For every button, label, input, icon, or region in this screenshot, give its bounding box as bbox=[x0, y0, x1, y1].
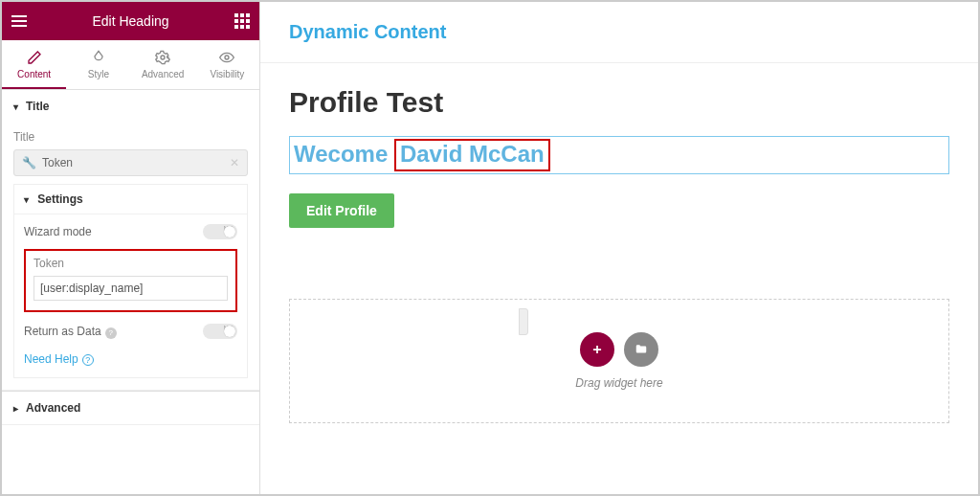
pencil-icon bbox=[27, 50, 42, 65]
dynamic-token-pill[interactable]: 🔧 Token ✕ bbox=[13, 149, 248, 176]
settings-toggle[interactable]: ▾ Settings bbox=[14, 185, 247, 214]
droplet-icon bbox=[91, 50, 106, 65]
welcome-text: Wecome David McCan bbox=[294, 141, 550, 167]
clear-icon[interactable]: ✕ bbox=[230, 156, 239, 169]
help-icon: ? bbox=[82, 354, 94, 366]
editor-canvas: Dynamic Content Profile Test Wecome Davi… bbox=[260, 2, 978, 494]
gear-icon bbox=[155, 50, 170, 65]
return-as-data-toggle[interactable]: NO bbox=[203, 324, 237, 339]
dynamic-content-header: Dynamic Content bbox=[260, 2, 978, 63]
dynamic-name-highlight: David McCan bbox=[394, 139, 550, 171]
title-field-label: Title bbox=[13, 130, 248, 144]
svg-point-1 bbox=[225, 56, 229, 59]
add-widget-button[interactable] bbox=[580, 332, 614, 367]
sidebar-title: Edit Heading bbox=[27, 13, 234, 29]
edit-profile-button[interactable]: Edit Profile bbox=[289, 193, 394, 228]
wizard-mode-row: Wizard mode NO bbox=[24, 224, 237, 239]
tab-content[interactable]: Content bbox=[2, 40, 66, 89]
wizard-mode-toggle[interactable]: NO bbox=[203, 224, 237, 239]
menu-icon[interactable] bbox=[11, 15, 27, 27]
chevron-down-icon: ▾ bbox=[13, 101, 18, 112]
sidebar-header: Edit Heading bbox=[2, 2, 259, 40]
page-title: Profile Test bbox=[289, 86, 949, 119]
need-help-link[interactable]: Need Help? bbox=[24, 349, 237, 368]
chevron-down-icon: ▾ bbox=[24, 194, 29, 205]
panel-resize-handle[interactable] bbox=[519, 308, 528, 335]
tab-style[interactable]: Style bbox=[66, 40, 130, 89]
editor-tabs: Content Style Advanced Visibility bbox=[2, 40, 259, 90]
heading-widget-selected[interactable]: Wecome David McCan bbox=[289, 136, 949, 174]
editor-sidebar: Edit Heading Content Style Advanced Visi… bbox=[2, 2, 260, 494]
tab-advanced[interactable]: Advanced bbox=[131, 40, 195, 89]
section-advanced-toggle[interactable]: ▸ Advanced bbox=[2, 392, 259, 424]
widget-dropzone[interactable]: Drag widget here bbox=[289, 299, 949, 423]
wrench-icon: 🔧 bbox=[22, 156, 36, 169]
section-title: ▾ Title Title 🔧 Token ✕ ▾ Settings bbox=[2, 90, 259, 391]
template-library-button[interactable] bbox=[624, 332, 658, 367]
chevron-right-icon: ▸ bbox=[13, 403, 18, 414]
settings-subpanel: ▾ Settings Wizard mode NO Token bbox=[13, 184, 248, 378]
tab-visibility[interactable]: Visibility bbox=[195, 40, 259, 89]
token-input[interactable] bbox=[33, 276, 228, 301]
token-label: Token bbox=[33, 257, 228, 270]
info-icon[interactable]: ? bbox=[105, 327, 117, 339]
widgets-grid-icon[interactable] bbox=[234, 13, 250, 29]
svg-point-0 bbox=[161, 56, 165, 59]
token-highlight-box: Token bbox=[24, 249, 237, 312]
folder-icon bbox=[635, 343, 648, 356]
dropzone-hint: Drag widget here bbox=[575, 376, 662, 390]
section-title-toggle[interactable]: ▾ Title bbox=[2, 90, 259, 123]
return-as-data-row: Return as Data? NO bbox=[24, 324, 237, 339]
eye-icon bbox=[219, 50, 234, 65]
plus-icon bbox=[590, 343, 604, 356]
section-advanced: ▸ Advanced bbox=[2, 391, 259, 425]
